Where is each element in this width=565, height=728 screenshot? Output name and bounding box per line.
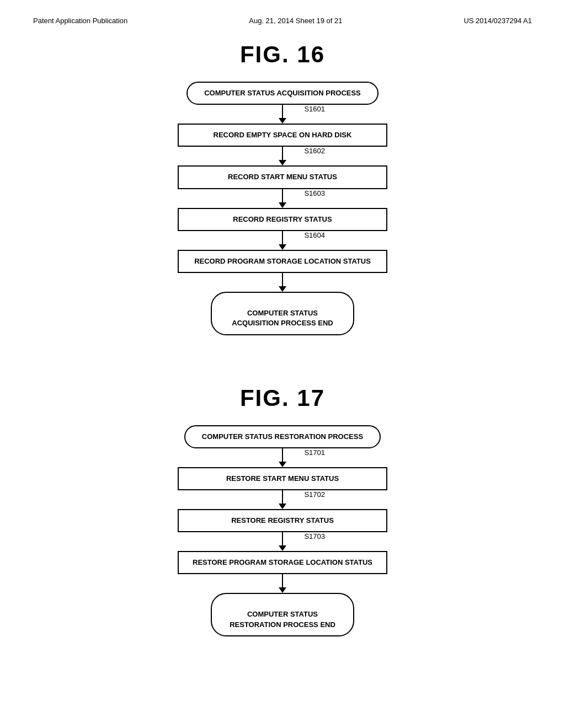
fig16-arrow-3: S1603	[279, 189, 286, 208]
fig16-arrow-2: S1602	[279, 147, 286, 165]
arrow-head	[279, 462, 286, 467]
fig17-arrow-4	[279, 574, 286, 593]
arrow-line	[282, 532, 283, 545]
fig17-step-label-1: S1701	[304, 448, 325, 457]
fig16-arrow-1: S1601	[279, 105, 286, 124]
fig17-node-start: COMPUTER STATUS RESTORATION PROCESS	[184, 425, 381, 448]
arrow-line	[282, 147, 283, 160]
fig16-arrow-5	[279, 273, 286, 292]
fig17-node-end: COMPUTER STATUS RESTORATION PROCESS END	[211, 593, 354, 636]
fig17-node-s1703: RESTORE PROGRAM STORAGE LOCATION STATUS	[178, 551, 387, 574]
fig16-section: FIG. 16 COMPUTER STATUS ACQUISITION PROC…	[33, 41, 532, 335]
arrow-head	[279, 118, 286, 124]
fig17-flowchart: COMPUTER STATUS RESTORATION PROCESS S170…	[33, 425, 532, 636]
fig16-title: FIG. 16	[33, 41, 532, 68]
fig17-step-label-3: S1703	[304, 532, 325, 540]
page: Patent Application Publication Aug. 21, …	[0, 0, 565, 728]
fig16-node-s1601: RECORD EMPTY SPACE ON HARD DISK	[178, 124, 387, 147]
fig16-step-label-4: S1604	[304, 231, 325, 239]
arrow-head	[279, 244, 286, 250]
fig16-node-s1603: RECORD REGISTRY STATUS	[178, 208, 387, 231]
fig17-arrow-3: S1703	[279, 532, 286, 551]
fig17-step-label-2: S1702	[304, 490, 325, 499]
arrow-line	[282, 105, 283, 118]
fig16-arrow-4: S1604	[279, 231, 286, 250]
fig17-node-s1701: RESTORE START MENU STATUS	[178, 467, 387, 490]
arrow-head	[279, 286, 286, 292]
fig16-flowchart: COMPUTER STATUS ACQUISITION PROCESS S160…	[33, 82, 532, 335]
section-gap	[33, 357, 532, 385]
fig17-node-s1702: RESTORE REGISTRY STATUS	[178, 509, 387, 532]
arrow-line	[282, 448, 283, 462]
page-header: Patent Application Publication Aug. 21, …	[33, 17, 532, 25]
arrow-line	[282, 189, 283, 202]
arrow-line	[282, 231, 283, 244]
fig16-step-label-1: S1601	[304, 105, 325, 113]
arrow-line	[282, 574, 283, 587]
header-right: US 2014/0237294 A1	[463, 17, 532, 25]
arrow-head	[279, 202, 286, 208]
fig17-section: FIG. 17 COMPUTER STATUS RESTORATION PROC…	[33, 385, 532, 636]
fig16-step-label-3: S1603	[304, 189, 325, 197]
fig16-node-end: COMPUTER STATUS ACQUISITION PROCESS END	[211, 292, 354, 335]
arrow-head	[279, 504, 286, 509]
arrow-head	[279, 545, 286, 551]
arrow-head	[279, 160, 286, 165]
fig16-step-label-2: S1602	[304, 147, 325, 155]
fig16-node-s1602: RECORD START MENU STATUS	[178, 165, 387, 189]
arrow-line	[282, 273, 283, 286]
arrow-line	[282, 490, 283, 504]
fig17-title: FIG. 17	[33, 385, 532, 411]
arrow-head	[279, 587, 286, 593]
fig17-arrow-2: S1702	[279, 490, 286, 509]
fig17-arrow-1: S1701	[279, 448, 286, 467]
header-middle: Aug. 21, 2014 Sheet 19 of 21	[249, 17, 342, 25]
fig16-node-s1604: RECORD PROGRAM STORAGE LOCATION STATUS	[178, 250, 387, 273]
header-left: Patent Application Publication	[33, 17, 127, 25]
fig16-node-start: COMPUTER STATUS ACQUISITION PROCESS	[186, 82, 379, 105]
